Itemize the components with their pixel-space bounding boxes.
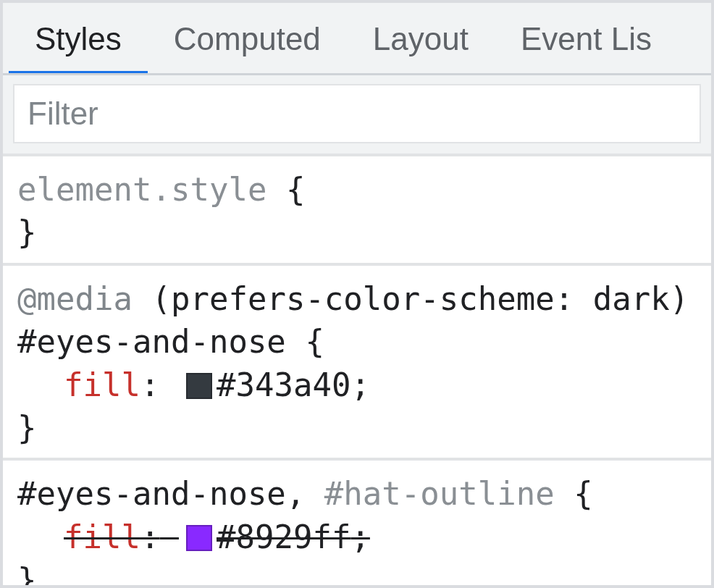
open-brace: { (286, 171, 306, 208)
tab-styles[interactable]: Styles (9, 4, 148, 73)
filter-row (3, 75, 711, 156)
selector-part-1: #eyes-and-nose (17, 475, 286, 512)
open-brace: { (574, 475, 593, 512)
rule-media-dark[interactable]: @media (prefers-color-scheme: dark) #eye… (3, 266, 711, 461)
color-swatch-icon[interactable] (186, 525, 212, 551)
rules-list: element.style { } @media (prefers-color-… (3, 156, 711, 585)
property-value[interactable]: #343a40 (217, 366, 350, 403)
tab-event-listeners[interactable]: Event Lis (495, 4, 678, 73)
selector-comma: , (286, 475, 324, 512)
color-swatch-icon[interactable] (186, 373, 212, 399)
tab-layout[interactable]: Layout (347, 4, 495, 73)
styles-panel: Styles Computed Layout Event Lis element… (0, 0, 714, 588)
media-query-text: (prefers-color-scheme: dark) (151, 280, 689, 317)
semicolon: ; (350, 366, 370, 403)
property-name[interactable]: fill (64, 366, 140, 403)
close-brace: } (17, 409, 37, 446)
tabbar: Styles Computed Layout Event Lis (3, 3, 711, 75)
open-brace: { (305, 323, 324, 360)
property-value[interactable]: #8929ff (217, 518, 350, 555)
semicolon: ; (350, 518, 370, 555)
colon: : (140, 366, 160, 403)
tab-computed[interactable]: Computed (148, 4, 347, 73)
close-brace: } (17, 561, 37, 585)
rule-eyes-hat[interactable]: #eyes-and-nose, #hat-outline { fill: #89… (3, 461, 711, 585)
selector-text: #eyes-and-nose (17, 323, 286, 360)
rule-element-style[interactable]: element.style { } (3, 156, 711, 266)
property-name[interactable]: fill (64, 518, 140, 555)
declaration-overridden[interactable]: fill: #8929ff; (64, 516, 697, 558)
selector-text: element.style (17, 171, 266, 208)
selector-part-2: #hat-outline (324, 475, 555, 512)
declaration[interactable]: fill: #343a40; (64, 364, 697, 406)
colon: : (140, 518, 160, 555)
filter-input[interactable] (13, 84, 701, 143)
close-brace: } (17, 214, 37, 251)
at-media-keyword: @media (17, 280, 133, 317)
